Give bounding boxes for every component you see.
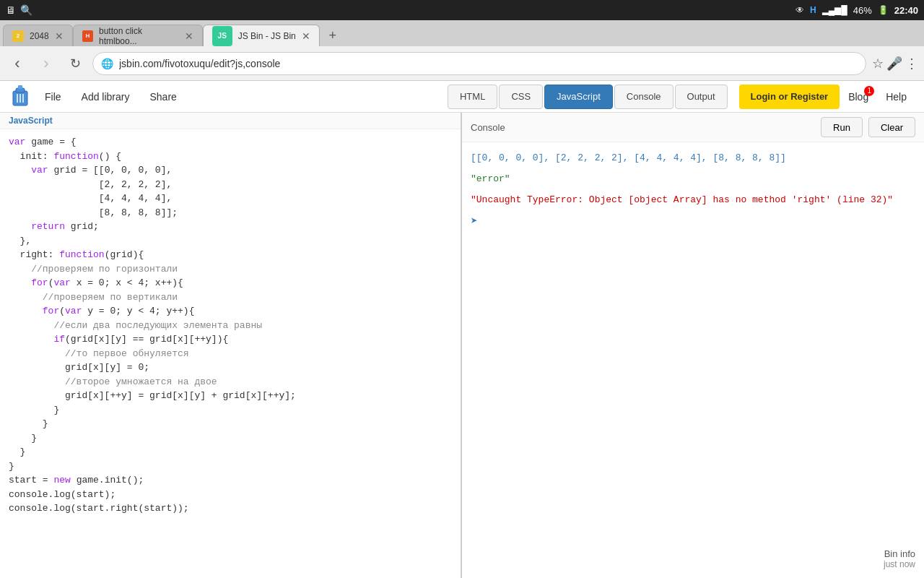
bin-info-subtitle: just now <box>884 559 915 569</box>
editor-label-text: JavaScript <box>9 116 53 126</box>
h-icon: H <box>810 5 816 15</box>
battery-icon: 🔋 <box>878 5 889 15</box>
file-menu-button[interactable]: File <box>35 81 71 113</box>
clock: 22:40 <box>894 5 918 16</box>
tab-css-label: CSS <box>511 91 531 102</box>
back-button[interactable] <box>6 52 29 75</box>
svg-rect-2 <box>18 85 22 89</box>
tab-jsbin-label: JS Bin - JS Bin <box>238 31 296 41</box>
favicon-html: H <box>82 30 93 42</box>
tab-htmlbook-close[interactable]: ✕ <box>185 30 193 42</box>
run-button[interactable]: Run <box>821 117 863 137</box>
tab-jsbin-close[interactable]: ✕ <box>302 30 310 42</box>
tab-htmlbook[interactable]: H button click htmlboo... ✕ <box>73 25 203 46</box>
add-library-label: Add library <box>82 91 130 103</box>
blog-badge: 1 <box>864 86 874 96</box>
tab-2048[interactable]: 2 2048 ✕ <box>3 25 73 46</box>
bin-info-title: Bin info <box>884 548 915 559</box>
tab-output-label: Output <box>687 91 715 102</box>
console-output-line: "error" <box>471 172 915 187</box>
star-icon[interactable]: ☆ <box>872 56 884 72</box>
editor-panel-label: JavaScript <box>0 113 461 129</box>
tab-html-label: HTML <box>460 91 485 102</box>
display-icon: 👁 <box>796 5 804 15</box>
code-area[interactable]: var game = { init: function() { var grid… <box>0 129 461 578</box>
tab-jsbin[interactable]: JS JS Bin - JS Bin ✕ <box>203 25 320 46</box>
address-input[interactable] <box>92 52 866 75</box>
login-register-button[interactable]: Login or Register <box>739 85 840 109</box>
clear-button[interactable]: Clear <box>868 117 915 137</box>
search-icon: 🔍 <box>20 4 32 16</box>
status-bar: 🖥 🔍 👁 H ▂▄▆█ 46% 🔋 22:40 <box>0 0 924 20</box>
jsbin-favicon: JS <box>212 26 232 46</box>
bin-logo-icon <box>9 84 32 107</box>
console-panel: Console Run Clear [[0, 0, 0, 0], [2, 2, … <box>462 113 924 578</box>
tab-javascript-label: JavaScript <box>557 91 601 102</box>
screen-icon: 🖥 <box>6 4 16 16</box>
app-logo <box>9 84 32 110</box>
forward-icon <box>43 54 48 73</box>
address-right-icons: ☆ 🎤 ⋮ <box>872 56 918 72</box>
mic-icon[interactable]: 🎤 <box>886 56 902 72</box>
new-tab-button[interactable]: + <box>320 25 346 46</box>
login-register-label: Login or Register <box>751 91 829 102</box>
main-area: JavaScript var game = { init: function()… <box>0 113 924 578</box>
browser-menu-icon[interactable]: ⋮ <box>905 56 918 72</box>
console-panel-label: Console <box>471 122 505 133</box>
console-prompt[interactable]: ➤ <box>471 213 915 232</box>
share-button[interactable]: Share <box>139 81 186 113</box>
tab-output[interactable]: Output <box>675 85 728 109</box>
tab-2048-label: 2048 <box>30 31 49 41</box>
tab-html[interactable]: HTML <box>448 85 497 109</box>
tab-console[interactable]: Console <box>614 85 674 109</box>
clear-label: Clear <box>881 122 903 133</box>
signal-bars-icon: ▂▄▆█ <box>822 5 847 15</box>
battery-text: 46% <box>853 5 872 16</box>
bin-info[interactable]: Bin info just now <box>884 548 915 569</box>
refresh-icon <box>70 56 81 72</box>
tab-javascript[interactable]: JavaScript <box>544 85 613 109</box>
refresh-button[interactable] <box>64 52 87 75</box>
blog-button[interactable]: Blog 1 <box>840 85 877 109</box>
forward-button[interactable] <box>35 52 58 75</box>
add-library-button[interactable]: Add library <box>71 81 140 113</box>
console-output-line: [[0, 0, 0, 0], [2, 2, 2, 2], [4, 4, 4, 4… <box>471 151 915 166</box>
share-label: Share <box>149 91 176 103</box>
console-output: [[0, 0, 0, 0], [2, 2, 2, 2], [4, 4, 4, 4… <box>462 142 924 578</box>
tab-2048-close[interactable]: ✕ <box>55 30 64 42</box>
help-button[interactable]: Help <box>877 85 915 109</box>
back-icon <box>14 54 19 73</box>
status-bar-left: 🖥 🔍 <box>6 4 32 16</box>
tab-css[interactable]: CSS <box>499 85 543 109</box>
favicon-2048: 2 <box>12 30 24 42</box>
app-toolbar: File Add library Share HTML CSS JavaScri… <box>0 81 924 113</box>
file-menu-label: File <box>45 91 61 103</box>
address-bar: 🌐 ☆ 🎤 ⋮ <box>0 46 924 81</box>
code-editor: JavaScript var game = { init: function()… <box>0 113 462 578</box>
editor-tabs: HTML CSS JavaScript Console Output <box>448 85 728 109</box>
tab-console-label: Console <box>627 91 661 102</box>
status-bar-right: 👁 H ▂▄▆█ 46% 🔋 22:40 <box>796 5 918 16</box>
tab-bar: 2 2048 ✕ H button click htmlboo... ✕ JS … <box>0 20 924 46</box>
console-buttons: Run Clear <box>821 117 915 137</box>
console-output-line: "Uncaught TypeError: Object [object Arra… <box>471 193 915 208</box>
help-label: Help <box>886 91 907 103</box>
console-header: Console Run Clear <box>462 113 924 142</box>
lock-icon: 🌐 <box>101 58 113 69</box>
run-label: Run <box>833 122 850 133</box>
tab-htmlbook-label: button click htmlboo... <box>99 26 179 46</box>
address-container: 🌐 <box>92 52 866 75</box>
